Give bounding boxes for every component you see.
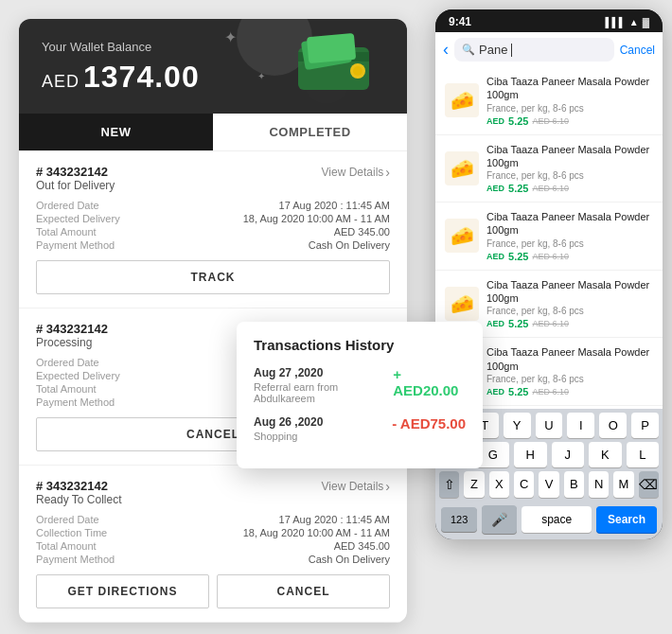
svg-rect-3 xyxy=(307,33,356,63)
order-3-meta: Ordered Date 17 Aug 2020 : 11:45 AM Coll… xyxy=(36,514,390,565)
order-1-view-details[interactable]: View Details xyxy=(322,165,390,180)
order-3-status: Ready To Collect xyxy=(36,493,122,506)
kb-delete-key[interactable]: ⌫ xyxy=(639,471,659,498)
product-0-price-aed: AED xyxy=(486,116,504,126)
product-4-price: 5.25 xyxy=(508,386,528,397)
order-1-payment-label: Payment Method xyxy=(36,239,120,251)
product-0-sub: France, per kg, 8-6 pcs xyxy=(486,103,653,114)
kb-key-j[interactable]: J xyxy=(552,442,585,467)
product-2-sub: France, per kg, 8-6 pcs xyxy=(486,238,653,249)
signal-icon: ▌▌▌ xyxy=(606,17,626,27)
kb-key-x[interactable]: X xyxy=(489,471,509,498)
order-3-collection-label: Collection Time xyxy=(36,527,115,538)
battery-icon: ▓ xyxy=(643,17,649,27)
product-3-old-price: AED 6.10 xyxy=(532,319,569,328)
wallet-section: Your Wallet Balance AED1374.00 ✦ ✦ xyxy=(19,19,407,114)
tx-0-left: Aug 27 ,2020 Referral earn from Abdulkar… xyxy=(254,366,393,404)
kb-key-l[interactable]: L xyxy=(627,442,660,467)
product-item-1[interactable]: 🧀 Ciba Taaza Paneer Masala Powder 100gm … xyxy=(435,135,663,203)
cancel-search-button[interactable]: Cancel xyxy=(620,44,655,57)
order-3-total-label: Total Amount xyxy=(36,540,115,552)
product-3-image: 🧀 xyxy=(445,287,479,321)
kb-space-key[interactable]: space xyxy=(522,506,592,533)
tx-item-0: Aug 27 ,2020 Referral earn from Abdulkar… xyxy=(254,366,466,404)
order-1-delivery-label: Expected Delivery xyxy=(36,213,120,224)
kb-key-m[interactable]: M xyxy=(613,471,633,498)
kb-key-y[interactable]: Y xyxy=(504,413,531,438)
order-1-meta: Ordered Date 17 Aug 2020 : 11:45 AM Expe… xyxy=(36,200,390,251)
kb-mic-key[interactable]: 🎤 xyxy=(482,505,517,534)
order-3-view-details[interactable]: View Details xyxy=(322,479,390,494)
order-1-delivery-value: 18, Aug 2020 10:00 AM - 11 AM xyxy=(128,213,390,224)
wallet-icon xyxy=(293,33,379,106)
kb-key-n[interactable]: N xyxy=(589,471,609,498)
order-1-payment-value: Cash On Delivery xyxy=(128,239,390,251)
product-2-price-row: AED 5.25 AED 6.10 xyxy=(486,251,653,262)
kb-search-key[interactable]: Search xyxy=(596,506,657,533)
kb-key-h[interactable]: H xyxy=(514,442,547,467)
product-0-name: Ciba Taaza Paneer Masala Powder 100gm xyxy=(486,75,653,102)
product-1-image: 🧀 xyxy=(445,151,479,185)
back-button[interactable]: ‹ xyxy=(443,40,449,60)
product-1-price: 5.25 xyxy=(508,183,528,194)
product-3-price: 5.25 xyxy=(508,318,528,329)
kb-key-u[interactable]: U xyxy=(536,413,563,438)
tx-item-1: Aug 26 ,2020 Shopping - AED75.00 xyxy=(254,415,466,442)
status-time: 9:41 xyxy=(449,15,471,28)
product-2-old-price: AED 6.10 xyxy=(532,252,569,261)
kb-numbers-key[interactable]: 123 xyxy=(441,507,477,532)
order-1-total-label: Total Amount xyxy=(36,226,120,238)
product-2-price-aed: AED xyxy=(486,252,504,261)
product-2-name: Ciba Taaza Paneer Masala Powder 100gm xyxy=(486,210,653,238)
tx-0-date: Aug 27 ,2020 xyxy=(254,366,393,379)
kb-key-v[interactable]: V xyxy=(539,471,558,498)
tx-0-amount: + AED20.00 xyxy=(393,366,466,398)
order-1-date-value: 17 Aug 2020 : 11:45 AM xyxy=(128,200,390,211)
kb-key-k[interactable]: K xyxy=(589,442,622,467)
product-1-price-row: AED 5.25 AED 6.10 xyxy=(486,183,653,194)
order-2-total-label: Total Amount xyxy=(36,383,120,395)
product-2-image: 🧀 xyxy=(445,219,479,253)
status-icons: ▌▌▌ ▲ ▓ xyxy=(606,17,649,27)
product-item-0[interactable]: 🧀 Ciba Taaza Paneer Masala Powder 100gm … xyxy=(435,67,663,135)
wifi-icon: ▲ xyxy=(629,17,639,27)
order-3-payment-value: Cash On Delivery xyxy=(122,554,390,565)
tx-1-date: Aug 26 ,2020 xyxy=(254,415,323,429)
kb-row-3: ⇧ Z X C V B N M ⌫ xyxy=(435,467,663,502)
product-3-name: Ciba Taaza Paneer Masala Powder 100gm xyxy=(486,278,653,306)
transactions-title: Transactions History xyxy=(254,337,466,353)
product-4-old-price: AED 6.10 xyxy=(532,387,569,396)
order-3-payment-label: Payment Method xyxy=(36,554,115,565)
product-4-sub: France, per kg, 8-6 pcs xyxy=(486,374,653,384)
product-item-2[interactable]: 🧀 Ciba Taaza Paneer Masala Powder 100gm … xyxy=(435,203,663,271)
tab-completed[interactable]: COMPLETED xyxy=(213,114,407,150)
tx-1-left: Aug 26 ,2020 Shopping xyxy=(254,415,323,442)
product-0-image: 🧀 xyxy=(445,83,479,117)
kb-key-z[interactable]: Z xyxy=(464,471,484,498)
kb-shift-key[interactable]: ⇧ xyxy=(439,471,459,498)
kb-key-p[interactable]: P xyxy=(631,413,659,438)
product-0-old-price: AED 6.10 xyxy=(532,116,569,126)
kb-key-o[interactable]: O xyxy=(599,413,627,438)
order-2-id: # 343232142 xyxy=(36,322,108,336)
phone-search-bar: ‹ 🔍 Pane Cancel xyxy=(435,32,663,67)
search-text[interactable]: Pane xyxy=(479,43,507,57)
tx-1-desc: Shopping xyxy=(254,431,323,442)
tab-new[interactable]: NEW xyxy=(19,114,213,150)
tabs: NEW COMPLETED xyxy=(19,114,407,151)
kb-key-i[interactable]: I xyxy=(567,413,594,438)
kb-key-b[interactable]: B xyxy=(564,471,584,498)
get-directions-button[interactable]: GET DIRECTIONS xyxy=(36,574,209,608)
order-1-header: # 343232142 Out for Delivery View Detail… xyxy=(36,165,390,192)
svg-point-5 xyxy=(353,66,363,76)
cursor xyxy=(511,44,512,57)
product-4-price-row: AED 5.25 AED 6.10 xyxy=(486,386,653,397)
order-3-actions: GET DIRECTIONS CANCEL xyxy=(36,574,390,608)
kb-key-c[interactable]: C xyxy=(514,471,534,498)
product-3-sub: France, per kg, 8-6 pcs xyxy=(486,306,653,316)
cancel-button-order3[interactable]: CANCEL xyxy=(217,574,390,608)
order-1-status: Out for Delivery xyxy=(36,179,115,192)
track-button[interactable]: TRACK xyxy=(36,260,390,294)
order-3-header: # 343232142 Ready To Collect View Detail… xyxy=(36,479,390,506)
product-4-name: Ciba Taaza Paneer Masala Powder 100gm xyxy=(486,345,653,373)
